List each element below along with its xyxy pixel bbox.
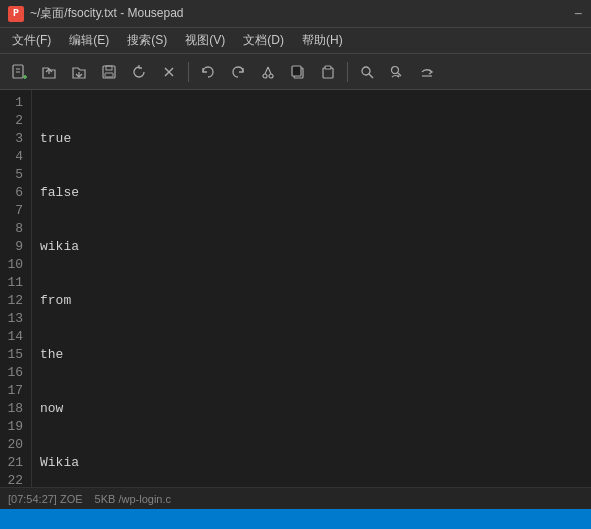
- svg-point-22: [392, 66, 399, 73]
- line-number: 5: [4, 166, 23, 184]
- line-number: 13: [4, 310, 23, 328]
- line-number: 9: [4, 238, 23, 256]
- svg-point-13: [269, 74, 273, 78]
- undo-button[interactable]: [195, 59, 221, 85]
- svg-point-12: [263, 74, 267, 78]
- menu-file[interactable]: 文件(F): [4, 30, 59, 51]
- separator-1: [188, 62, 189, 82]
- title-bar: P ~/桌面/fsocity.txt - Mousepad –: [0, 0, 591, 28]
- line-number: 2: [4, 112, 23, 130]
- menu-document[interactable]: 文档(D): [235, 30, 292, 51]
- line-number: 21: [4, 454, 23, 472]
- line-text: now: [40, 400, 63, 418]
- line-numbers: 1 2 3 4 5 6 7 8 9 10 11 12 13 14 15 16 1…: [0, 90, 32, 487]
- paste-button[interactable]: [315, 59, 341, 85]
- svg-point-20: [362, 67, 370, 75]
- line-number: 6: [4, 184, 23, 202]
- app-icon: P: [8, 6, 24, 22]
- svg-line-21: [369, 74, 373, 78]
- svg-rect-17: [292, 66, 301, 76]
- svg-line-14: [265, 67, 268, 74]
- redo-button[interactable]: [225, 59, 251, 85]
- code-line-3: wikia: [40, 238, 583, 256]
- find-button[interactable]: [354, 59, 380, 85]
- line-number: 1: [4, 94, 23, 112]
- toolbar: [0, 54, 591, 90]
- line-number: 12: [4, 292, 23, 310]
- title-bar-left: P ~/桌面/fsocity.txt - Mousepad: [8, 5, 184, 22]
- open-button[interactable]: [36, 59, 62, 85]
- save-button[interactable]: [96, 59, 122, 85]
- line-text: Wikia: [40, 454, 79, 472]
- line-number: 20: [4, 436, 23, 454]
- info-size: 5KB /wp-login.c: [95, 493, 171, 505]
- new-button[interactable]: [6, 59, 32, 85]
- menu-help[interactable]: 帮助(H): [294, 30, 351, 51]
- separator-2: [347, 62, 348, 82]
- line-number: 16: [4, 364, 23, 382]
- open-recent-button[interactable]: [66, 59, 92, 85]
- info-bar: [07:54:27] ZOE 5KB /wp-login.c: [0, 487, 591, 509]
- title-text: ~/桌面/fsocity.txt - Mousepad: [30, 5, 184, 22]
- line-text: false: [40, 184, 79, 202]
- line-number: 7: [4, 202, 23, 220]
- line-number: 19: [4, 418, 23, 436]
- menu-view[interactable]: 视图(V): [177, 30, 233, 51]
- copy-button[interactable]: [285, 59, 311, 85]
- code-line-4: from: [40, 292, 583, 310]
- close-window-button[interactable]: –: [573, 5, 583, 23]
- replace-button[interactable]: [384, 59, 410, 85]
- line-text: wikia: [40, 238, 79, 256]
- code-line-7: Wikia: [40, 454, 583, 472]
- line-number: 8: [4, 220, 23, 238]
- line-text: from: [40, 292, 71, 310]
- line-number: 22: [4, 472, 23, 487]
- status-bar: [0, 509, 591, 529]
- code-content[interactable]: true false wikia from the now Wikia exte…: [32, 90, 591, 487]
- menu-bar: 文件(F) 编辑(E) 搜索(S) 视图(V) 文档(D) 帮助(H): [0, 28, 591, 54]
- line-number: 15: [4, 346, 23, 364]
- line-number: 14: [4, 328, 23, 346]
- line-number: 10: [4, 256, 23, 274]
- line-text: the: [40, 346, 63, 364]
- svg-rect-19: [325, 66, 331, 69]
- line-number: 4: [4, 148, 23, 166]
- goto-button[interactable]: [414, 59, 440, 85]
- close-tab-button[interactable]: [156, 59, 182, 85]
- line-number: 18: [4, 400, 23, 418]
- line-number: 3: [4, 130, 23, 148]
- code-line-1: true: [40, 130, 583, 148]
- code-line-5: the: [40, 346, 583, 364]
- code-line-6: now: [40, 400, 583, 418]
- reload-button[interactable]: [126, 59, 152, 85]
- editor[interactable]: 1 2 3 4 5 6 7 8 9 10 11 12 13 14 15 16 1…: [0, 90, 591, 487]
- line-text: true: [40, 130, 71, 148]
- line-number: 17: [4, 382, 23, 400]
- svg-line-15: [268, 67, 271, 74]
- line-number: 11: [4, 274, 23, 292]
- info-position: [07:54:27] ZOE: [8, 493, 83, 505]
- cut-button[interactable]: [255, 59, 281, 85]
- svg-rect-9: [105, 73, 113, 77]
- code-line-2: false: [40, 184, 583, 202]
- menu-search[interactable]: 搜索(S): [119, 30, 175, 51]
- menu-edit[interactable]: 编辑(E): [61, 30, 117, 51]
